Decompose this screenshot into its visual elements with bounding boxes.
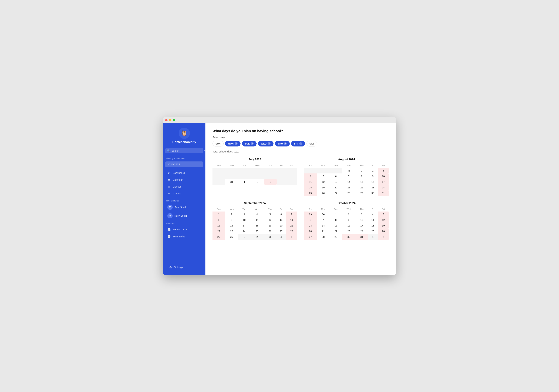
col-mon: Mon <box>317 207 330 211</box>
table-cell: 7 <box>342 173 356 179</box>
calendar-icon: ▦ <box>167 178 171 182</box>
day-label-tue: TUE <box>245 142 250 145</box>
day-btn-mon[interactable]: MON ✓ <box>225 141 241 146</box>
table-cell: 7 <box>317 217 330 223</box>
table-row: 6 7 8 9 10 11 12 <box>304 217 389 223</box>
sidebar-item-calendar[interactable]: ▦ Calendar <box>165 176 204 183</box>
sidebar-item-label: Settings <box>174 266 183 269</box>
table-cell: 24 <box>378 185 389 190</box>
table-row: 1 2 3 4 5 6 7 <box>213 211 297 217</box>
maximize-button[interactable] <box>173 119 175 121</box>
main-question: What days do you plan on having school? <box>213 129 389 133</box>
sidebar-item-settings[interactable]: ⚙ Settings <box>166 264 203 271</box>
students-label: Your students <box>163 197 205 203</box>
table-cell: 21 <box>286 223 297 228</box>
day-btn-wed[interactable]: WED ✓ <box>258 141 273 146</box>
sidebar-item-report-cards[interactable]: 📄 Report Cards <box>165 226 204 233</box>
table-cell: 3 <box>238 211 250 217</box>
table-cell: 27 <box>330 190 342 196</box>
student-sam[interactable]: SS Sam Smith <box>165 203 204 211</box>
col-fri: Fri <box>368 207 378 211</box>
table-cell: 2 <box>250 179 264 185</box>
table-cell: 1 <box>368 234 378 240</box>
table-cell: 10 <box>238 217 250 223</box>
table-cell: 23 <box>225 228 238 234</box>
calendar-july-2024: July 2024 Sun Mon Tue Wed Thu Fri Sat <box>213 158 297 196</box>
table-cell <box>277 171 286 173</box>
table-cell: 3 <box>356 211 368 217</box>
col-thu: Thu <box>356 207 368 211</box>
table-cell <box>238 168 250 171</box>
table-cell <box>250 176 264 179</box>
table-cell <box>225 168 238 171</box>
sidebar-item-label: Dashboard <box>173 172 185 174</box>
search-input[interactable] <box>171 149 202 152</box>
table-cell: 20 <box>276 223 286 228</box>
day-btn-fri[interactable]: FRI ✓ <box>291 141 305 146</box>
table-cell <box>225 176 238 179</box>
table-cell: 30 <box>317 211 330 217</box>
sidebar-item-dashboard[interactable]: ⊙ Dashboard <box>165 170 204 176</box>
table-cell: 31 <box>356 234 368 240</box>
classes-icon: ▤ <box>167 185 171 188</box>
table-cell: 9 <box>225 217 238 223</box>
col-mon: Mon <box>225 207 238 211</box>
table-cell: 13 <box>304 223 317 228</box>
table-cell <box>304 168 317 173</box>
col-thu: Thu <box>264 207 276 211</box>
table-row: 29 30 1 2 3 4 5 <box>213 234 297 240</box>
table-cell: 17 <box>238 223 250 228</box>
app-logo-icon: 🦉 <box>179 128 190 139</box>
table-cell: 31 <box>225 179 238 185</box>
table-cell: 14 <box>317 223 330 228</box>
table-cell: 5 <box>317 173 330 179</box>
calendar-august-2024: August 2024 Sun Mon Tue Wed Thu Fri Sat <box>304 158 389 196</box>
minimize-button[interactable] <box>169 119 171 121</box>
table-cell: 6 <box>276 211 286 217</box>
table-cell: 28 <box>286 228 297 234</box>
table-cell: 14 <box>286 217 297 223</box>
table-cell: 10 <box>356 217 368 223</box>
table-cell: 31 <box>342 168 356 173</box>
sidebar-item-grades[interactable]: ✏ Grades <box>165 190 204 197</box>
table-row: 27 28 29 30 31 1 2 <box>304 234 389 240</box>
table-cell: 7 <box>286 211 297 217</box>
student-kelly[interactable]: KS Kelly Smith <box>165 212 204 220</box>
table-cell: 9 <box>368 173 378 179</box>
day-btn-sat[interactable]: SAT <box>307 141 317 146</box>
col-mon: Mon <box>317 163 330 168</box>
table-cell: 5 <box>378 211 389 217</box>
day-btn-thu[interactable]: THU ✓ <box>275 141 290 146</box>
col-wed: Wed <box>342 207 356 211</box>
main-content: What days do you plan on having school? … <box>205 123 396 275</box>
table-cell: 14 <box>342 179 356 185</box>
table-cell: 23 <box>342 228 356 234</box>
table-cell <box>250 173 264 176</box>
table-cell: 2 <box>225 211 238 217</box>
day-label-fri: FRI <box>294 142 298 145</box>
close-button[interactable] <box>165 119 168 121</box>
app-name: Homeschoolerly <box>172 140 196 144</box>
sidebar-logo: 🦉 Homeschoolerly <box>163 126 205 147</box>
table-cell: 6 <box>304 217 317 223</box>
table-cell: 22 <box>356 185 368 190</box>
day-btn-sun[interactable]: SUN <box>213 141 224 146</box>
table-row: 15 16 17 18 19 20 21 <box>213 223 297 228</box>
sidebar-item-summaries[interactable]: 📑 Summaries <box>165 233 204 240</box>
day-btn-tue[interactable]: TUE ✓ <box>242 141 257 146</box>
year-selector[interactable]: 2024-2025 › <box>165 162 203 167</box>
table-cell: 1 <box>330 211 342 217</box>
col-sat: Sat <box>378 163 389 168</box>
table-cell: 29 <box>213 234 225 240</box>
total-days: Total school days: 191 <box>213 150 389 153</box>
check-icon-wed: ✓ <box>268 142 270 145</box>
table-cell: 26 <box>378 228 389 234</box>
select-days-label: Select days <box>213 136 389 139</box>
table-cell: 25 <box>304 190 317 196</box>
day-label-sun: SUN <box>215 142 221 145</box>
app-body: 🦉 Homeschoolerly 🔍 ⌘K Viewing school yea… <box>163 123 396 275</box>
table-cell: 22 <box>213 228 225 234</box>
table-cell: 15 <box>356 179 368 185</box>
search-bar[interactable]: 🔍 ⌘K <box>165 148 203 153</box>
sidebar-item-classes[interactable]: ▤ Classes <box>165 183 204 190</box>
